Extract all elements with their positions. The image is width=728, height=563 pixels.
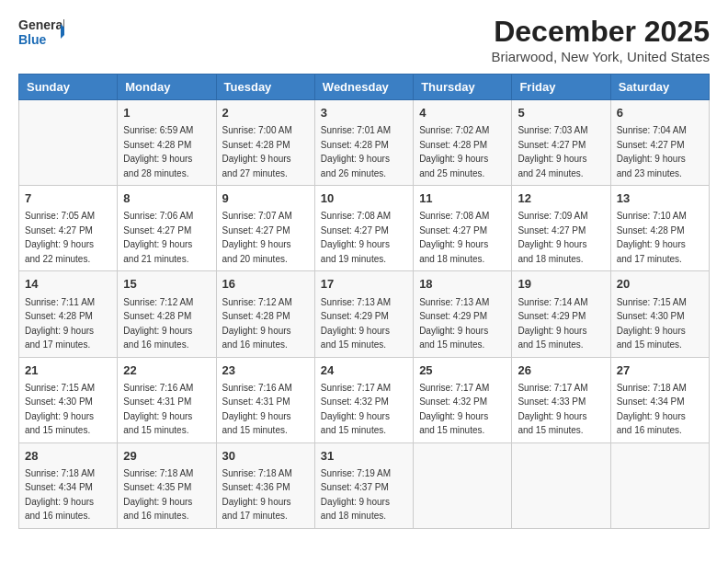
day-info: Sunrise: 7:06 AMSunset: 4:27 PMDaylight:… xyxy=(123,211,193,264)
calendar-cell: 22 Sunrise: 7:16 AMSunset: 4:31 PMDaylig… xyxy=(118,357,216,442)
calendar-cell: 10 Sunrise: 7:08 AMSunset: 4:27 PMDaylig… xyxy=(314,186,413,271)
day-number: 30 xyxy=(222,448,309,465)
calendar-cell: 9 Sunrise: 7:07 AMSunset: 4:27 PMDayligh… xyxy=(216,186,314,271)
header-thursday: Thursday xyxy=(414,75,512,100)
calendar-cell: 21 Sunrise: 7:15 AMSunset: 4:30 PMDaylig… xyxy=(19,357,118,442)
day-info: Sunrise: 7:07 AMSunset: 4:27 PMDaylight:… xyxy=(222,211,292,264)
day-info: Sunrise: 7:17 AMSunset: 4:32 PMDaylight:… xyxy=(419,383,489,436)
day-number: 19 xyxy=(518,276,604,293)
calendar-cell: 24 Sunrise: 7:17 AMSunset: 4:32 PMDaylig… xyxy=(314,357,413,442)
day-info: Sunrise: 7:01 AMSunset: 4:28 PMDaylight:… xyxy=(321,125,391,178)
day-number: 27 xyxy=(617,362,703,379)
day-info: Sunrise: 7:13 AMSunset: 4:29 PMDaylight:… xyxy=(321,297,391,350)
day-number: 5 xyxy=(518,105,604,121)
calendar-cell xyxy=(414,442,512,528)
calendar-cell: 8 Sunrise: 7:06 AMSunset: 4:27 PMDayligh… xyxy=(118,186,216,271)
day-number: 14 xyxy=(25,276,111,293)
day-number: 20 xyxy=(617,276,703,293)
calendar-cell: 1 Sunrise: 6:59 AMSunset: 4:28 PMDayligh… xyxy=(118,100,216,186)
logo-svg: General Blue xyxy=(18,15,64,55)
day-number: 1 xyxy=(123,105,210,121)
day-number: 28 xyxy=(25,448,111,465)
logo: General Blue xyxy=(18,15,64,55)
calendar-cell: 3 Sunrise: 7:01 AMSunset: 4:28 PMDayligh… xyxy=(314,100,413,186)
day-number: 21 xyxy=(25,362,111,379)
day-number: 3 xyxy=(321,105,407,121)
day-info: Sunrise: 7:18 AMSunset: 4:35 PMDaylight:… xyxy=(123,468,193,522)
day-info: Sunrise: 7:15 AMSunset: 4:30 PMDaylight:… xyxy=(617,297,687,350)
calendar-cell: 23 Sunrise: 7:16 AMSunset: 4:31 PMDaylig… xyxy=(216,357,314,442)
day-number: 25 xyxy=(419,362,506,379)
calendar-cell: 30 Sunrise: 7:18 AMSunset: 4:36 PMDaylig… xyxy=(216,442,314,528)
day-number: 18 xyxy=(419,276,506,293)
day-number: 8 xyxy=(123,190,210,207)
day-number: 24 xyxy=(321,362,407,379)
header-sunday: Sunday xyxy=(19,75,118,100)
calendar-header-row: SundayMondayTuesdayWednesdayThursdayFrid… xyxy=(19,75,710,100)
header-friday: Friday xyxy=(512,75,610,100)
day-info: Sunrise: 7:04 AMSunset: 4:27 PMDaylight:… xyxy=(617,125,687,178)
calendar-week-5: 28 Sunrise: 7:18 AMSunset: 4:34 PMDaylig… xyxy=(19,442,710,528)
calendar-cell: 2 Sunrise: 7:00 AMSunset: 4:28 PMDayligh… xyxy=(216,100,314,186)
day-info: Sunrise: 7:00 AMSunset: 4:28 PMDaylight:… xyxy=(222,125,292,178)
calendar-cell: 13 Sunrise: 7:10 AMSunset: 4:28 PMDaylig… xyxy=(610,186,709,271)
svg-text:Blue: Blue xyxy=(18,32,47,47)
calendar-cell xyxy=(19,100,118,186)
day-info: Sunrise: 7:03 AMSunset: 4:27 PMDaylight:… xyxy=(518,125,587,178)
calendar-cell: 17 Sunrise: 7:13 AMSunset: 4:29 PMDaylig… xyxy=(314,271,413,357)
day-number: 17 xyxy=(321,276,407,293)
calendar-cell: 11 Sunrise: 7:08 AMSunset: 4:27 PMDaylig… xyxy=(414,186,512,271)
day-number: 10 xyxy=(321,190,407,207)
page-title: December 2025 xyxy=(491,15,710,49)
header-saturday: Saturday xyxy=(610,75,709,100)
day-info: Sunrise: 7:10 AMSunset: 4:28 PMDaylight:… xyxy=(617,211,687,264)
calendar-cell: 14 Sunrise: 7:11 AMSunset: 4:28 PMDaylig… xyxy=(19,271,118,357)
day-info: Sunrise: 7:08 AMSunset: 4:27 PMDaylight:… xyxy=(419,211,489,264)
calendar-table: SundayMondayTuesdayWednesdayThursdayFrid… xyxy=(18,74,710,529)
day-number: 15 xyxy=(123,276,210,293)
day-info: Sunrise: 7:19 AMSunset: 4:37 PMDaylight:… xyxy=(321,468,391,522)
day-number: 31 xyxy=(321,448,407,465)
calendar-cell: 16 Sunrise: 7:12 AMSunset: 4:28 PMDaylig… xyxy=(216,271,314,357)
day-info: Sunrise: 7:12 AMSunset: 4:28 PMDaylight:… xyxy=(123,297,193,350)
calendar-week-4: 21 Sunrise: 7:15 AMSunset: 4:30 PMDaylig… xyxy=(19,357,710,442)
calendar-cell: 6 Sunrise: 7:04 AMSunset: 4:27 PMDayligh… xyxy=(610,100,709,186)
day-info: Sunrise: 7:13 AMSunset: 4:29 PMDaylight:… xyxy=(419,297,489,350)
day-number: 12 xyxy=(518,190,604,207)
calendar-cell: 15 Sunrise: 7:12 AMSunset: 4:28 PMDaylig… xyxy=(118,271,216,357)
calendar-cell: 29 Sunrise: 7:18 AMSunset: 4:35 PMDaylig… xyxy=(118,442,216,528)
calendar-cell: 7 Sunrise: 7:05 AMSunset: 4:27 PMDayligh… xyxy=(19,186,118,271)
calendar-week-3: 14 Sunrise: 7:11 AMSunset: 4:28 PMDaylig… xyxy=(19,271,710,357)
day-info: Sunrise: 7:18 AMSunset: 4:34 PMDaylight:… xyxy=(617,383,687,436)
day-number: 23 xyxy=(222,362,309,379)
page-header: General Blue December 2025 Briarwood, Ne… xyxy=(18,15,710,64)
day-info: Sunrise: 7:12 AMSunset: 4:28 PMDaylight:… xyxy=(222,297,292,350)
calendar-cell: 27 Sunrise: 7:18 AMSunset: 4:34 PMDaylig… xyxy=(610,357,709,442)
calendar-cell: 12 Sunrise: 7:09 AMSunset: 4:27 PMDaylig… xyxy=(512,186,610,271)
calendar-cell: 31 Sunrise: 7:19 AMSunset: 4:37 PMDaylig… xyxy=(314,442,413,528)
calendar-cell: 28 Sunrise: 7:18 AMSunset: 4:34 PMDaylig… xyxy=(19,442,118,528)
calendar-cell: 26 Sunrise: 7:17 AMSunset: 4:33 PMDaylig… xyxy=(512,357,610,442)
day-info: Sunrise: 7:14 AMSunset: 4:29 PMDaylight:… xyxy=(518,297,587,350)
day-number: 22 xyxy=(123,362,210,379)
day-number: 7 xyxy=(25,190,111,207)
calendar-cell: 5 Sunrise: 7:03 AMSunset: 4:27 PMDayligh… xyxy=(512,100,610,186)
svg-text:General: General xyxy=(18,17,64,32)
page-subtitle: Briarwood, New York, United States xyxy=(491,49,710,64)
day-number: 16 xyxy=(222,276,309,293)
calendar-cell: 25 Sunrise: 7:17 AMSunset: 4:32 PMDaylig… xyxy=(414,357,512,442)
day-number: 6 xyxy=(617,105,703,121)
day-info: Sunrise: 7:16 AMSunset: 4:31 PMDaylight:… xyxy=(123,383,193,436)
day-number: 11 xyxy=(419,190,506,207)
day-info: Sunrise: 7:02 AMSunset: 4:28 PMDaylight:… xyxy=(419,125,489,178)
calendar-cell: 19 Sunrise: 7:14 AMSunset: 4:29 PMDaylig… xyxy=(512,271,610,357)
day-number: 13 xyxy=(617,190,703,207)
calendar-cell xyxy=(512,442,610,528)
day-number: 4 xyxy=(419,105,506,121)
day-number: 26 xyxy=(518,362,604,379)
calendar-cell: 18 Sunrise: 7:13 AMSunset: 4:29 PMDaylig… xyxy=(414,271,512,357)
day-info: Sunrise: 6:59 AMSunset: 4:28 PMDaylight:… xyxy=(123,125,193,178)
header-tuesday: Tuesday xyxy=(216,75,314,100)
day-number: 9 xyxy=(222,190,309,207)
title-block: December 2025 Briarwood, New York, Unite… xyxy=(491,15,710,64)
